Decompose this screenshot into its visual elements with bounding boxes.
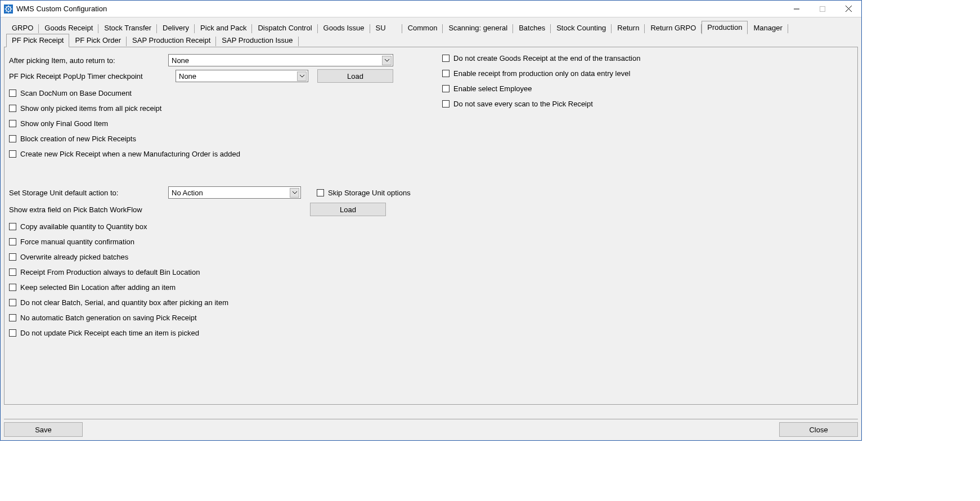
checkbox-icon xyxy=(9,105,16,112)
checkbox-icon xyxy=(442,85,449,92)
checkbox-icon xyxy=(9,90,16,97)
storage-unit-value: No Action xyxy=(172,189,290,197)
tab-dispatch-control[interactable]: Dispatch Control xyxy=(252,21,317,34)
tab-return[interactable]: Return xyxy=(612,21,645,34)
chk-receipt-default-bin[interactable]: Receipt From Production always to defaul… xyxy=(9,268,442,276)
chk-show-only-final-good[interactable]: Show only Final Good Item xyxy=(9,119,442,128)
save-button[interactable]: Save xyxy=(4,422,83,437)
app-window: WMS Custom Configuration GRPO Goods Rece… xyxy=(0,0,862,441)
chk-enable-select-employee[interactable]: Enable select Employee xyxy=(442,84,852,93)
close-window-button[interactable] xyxy=(835,1,861,17)
tab-stock-transfer[interactable]: Stock Transfer xyxy=(98,21,157,34)
checkbox-icon xyxy=(9,284,16,291)
storage-unit-label: Set Storage Unit default action to: xyxy=(9,189,168,197)
checkbox-icon xyxy=(9,314,16,321)
checkbox-icon xyxy=(9,299,16,306)
chevron-down-icon xyxy=(382,56,392,65)
client-area: GRPO Goods Receipt Stock Transfer Delive… xyxy=(1,17,861,440)
popup-timer-value: None xyxy=(179,72,297,80)
checkbox-icon xyxy=(442,55,449,62)
checkbox-icon xyxy=(9,223,16,230)
storage-unit-select[interactable]: No Action xyxy=(168,186,301,199)
checkbox-icon xyxy=(9,253,16,261)
checkbox-icon xyxy=(9,135,16,142)
tab-return-grpo[interactable]: Return GRPO xyxy=(645,21,702,34)
tab-stock-counting[interactable]: Stock Counting xyxy=(551,21,612,34)
chk-enable-receipt-data-entry[interactable]: Enable receipt from production only on d… xyxy=(442,69,852,78)
chevron-down-icon xyxy=(290,188,299,198)
chk-block-creation[interactable]: Block creation of new Pick Receipts xyxy=(9,135,442,143)
after-picking-label: After picking Item, auto return to: xyxy=(9,56,168,65)
tab-goods-issue[interactable]: Goods Issue xyxy=(318,21,370,34)
subtab-sap-production-issue[interactable]: SAP Production Issue xyxy=(216,34,298,47)
extra-field-label: Show extra field on Pick Batch WorkFlow xyxy=(9,205,310,214)
chk-show-only-picked[interactable]: Show only picked items from all pick rec… xyxy=(9,104,442,113)
chk-keep-bin-location[interactable]: Keep selected Bin Location after adding … xyxy=(9,283,442,292)
chevron-down-icon xyxy=(297,71,307,81)
load-button-1[interactable]: Load xyxy=(317,69,393,83)
tab-pick-and-pack[interactable]: Pick and Pack xyxy=(195,21,252,34)
sub-tabs: PF Pick Receipt PF Pick Order SAP Produc… xyxy=(4,34,858,47)
close-button[interactable]: Close xyxy=(779,422,858,437)
svg-line-7 xyxy=(6,6,6,7)
subtab-sap-production-receipt[interactable]: SAP Production Receipt xyxy=(127,34,216,47)
chk-force-manual-qty[interactable]: Force manual quantity confirmation xyxy=(9,238,442,246)
app-icon xyxy=(4,5,13,14)
chk-no-auto-batch[interactable]: No automatic Batch generation on saving … xyxy=(9,314,442,322)
popup-timer-label: PF Pick Receipt PopUp Timer checkpoint xyxy=(9,72,176,80)
checkbox-icon xyxy=(9,150,16,158)
svg-line-9 xyxy=(10,6,11,7)
chk-do-not-save-every-scan[interactable]: Do not save every scan to the Pick Recei… xyxy=(442,100,852,108)
tab-manager[interactable]: Manager xyxy=(748,21,788,34)
tab-delivery[interactable]: Delivery xyxy=(157,21,195,34)
window-controls xyxy=(784,1,861,17)
tab-common[interactable]: Common xyxy=(402,21,443,34)
chk-overwrite-batches[interactable]: Overwrite already picked batches xyxy=(9,253,442,261)
subtab-pf-pick-receipt[interactable]: PF Pick Receipt xyxy=(6,34,69,47)
tab-scanning-general[interactable]: Scanning: general xyxy=(443,21,513,34)
titlebar: WMS Custom Configuration xyxy=(1,1,861,17)
footer: Save Close xyxy=(4,419,858,437)
checkbox-icon xyxy=(9,329,16,337)
tab-grpo[interactable]: GRPO xyxy=(6,21,39,34)
after-picking-value: None xyxy=(172,56,382,65)
tab-su[interactable]: SU xyxy=(370,21,402,34)
chk-create-new-pick-receipt[interactable]: Create new Pick Receipt when a new Manuf… xyxy=(9,150,442,158)
tab-batches[interactable]: Batches xyxy=(513,21,551,34)
chk-do-not-clear[interactable]: Do not clear Batch, Serial, and quantity… xyxy=(9,298,442,307)
checkbox-icon xyxy=(317,189,324,196)
chk-scan-docnum[interactable]: Scan DocNum on Base Document xyxy=(9,89,442,97)
svg-point-2 xyxy=(8,8,10,10)
checkbox-icon xyxy=(9,120,16,127)
checkbox-icon xyxy=(9,269,16,276)
checkbox-icon xyxy=(9,238,16,245)
svg-rect-12 xyxy=(820,6,825,11)
maximize-button[interactable] xyxy=(810,1,835,17)
subtab-pf-pick-order[interactable]: PF Pick Order xyxy=(69,34,127,47)
popup-timer-select[interactable]: None xyxy=(176,70,308,82)
svg-line-10 xyxy=(6,11,6,11)
tab-production[interactable]: Production xyxy=(702,21,748,34)
minimize-button[interactable] xyxy=(784,1,810,17)
chk-no-goods-receipt[interactable]: Do not create Goods Receipt at the end o… xyxy=(442,54,852,62)
window-title: WMS Custom Configuration xyxy=(16,5,784,13)
main-tabs: GRPO Goods Receipt Stock Transfer Delive… xyxy=(4,21,858,34)
after-picking-select[interactable]: None xyxy=(168,54,393,66)
tab-page: After picking Item, auto return to: None… xyxy=(4,47,858,405)
checkbox-icon xyxy=(442,100,449,108)
chk-skip-storage-unit[interactable]: Skip Storage Unit options xyxy=(317,189,411,197)
checkbox-icon xyxy=(442,70,449,77)
chk-copy-available-qty[interactable]: Copy available quantity to Quantity box xyxy=(9,222,442,231)
svg-line-8 xyxy=(10,11,11,11)
tab-goods-receipt[interactable]: Goods Receipt xyxy=(39,21,98,34)
load-button-2[interactable]: Load xyxy=(310,203,386,216)
chk-do-not-update-pick-receipt[interactable]: Do not update Pick Receipt each time an … xyxy=(9,329,442,337)
